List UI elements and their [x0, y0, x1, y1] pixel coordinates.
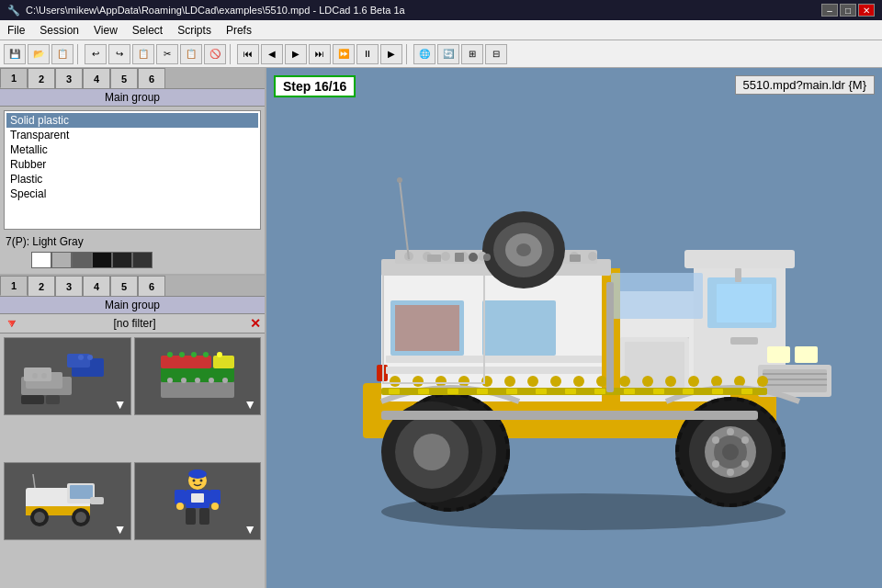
menu-session[interactable]: Session	[32, 22, 86, 39]
svg-rect-166	[455, 253, 464, 262]
color-tab-3[interactable]: 3	[55, 68, 83, 88]
color-tab-6[interactable]: 6	[138, 68, 165, 88]
close-button[interactable]: ✕	[858, 4, 875, 17]
svg-rect-161	[735, 268, 741, 282]
menu-file[interactable]: File	[0, 22, 32, 39]
parts-item-2[interactable]: ▼	[134, 337, 262, 415]
menu-scripts[interactable]: Scripts	[170, 22, 219, 39]
svg-point-130	[712, 436, 719, 444]
swatch-black2[interactable]	[112, 252, 132, 268]
menu-prefs[interactable]: Prefs	[219, 22, 259, 39]
viewport[interactable]: Step 16/16 5510.mpd?main.ldr {M}	[266, 68, 882, 588]
svg-rect-148	[594, 389, 605, 394]
toolbar-copy[interactable]: 📋	[132, 44, 154, 64]
color-tab-4[interactable]: 4	[83, 68, 110, 88]
toolbar-next-step[interactable]: ▶	[285, 44, 307, 64]
first-step-icon: ⏮	[243, 49, 253, 59]
color-item-solid-plastic[interactable]: Solid plastic	[6, 113, 258, 128]
svg-point-19	[217, 352, 222, 357]
svg-point-9	[78, 355, 84, 360]
color-tab-row: 1 2 3 4 5 6	[0, 68, 265, 89]
toolbar-zoom-out[interactable]: ⊟	[485, 44, 507, 64]
svg-rect-145	[550, 389, 561, 394]
toolbar-last-step[interactable]: ⏭	[309, 44, 331, 64]
swatch-black1[interactable]	[92, 252, 112, 268]
svg-point-98	[619, 376, 630, 387]
parts-tab-1[interactable]: 1	[0, 276, 28, 296]
color-swatches	[0, 250, 265, 274]
filter-clear-button[interactable]: ✕	[250, 316, 261, 331]
svg-point-88	[390, 376, 401, 387]
toolbar-prev-step[interactable]: ◀	[261, 44, 283, 64]
parts-item-4-scroll[interactable]: ▼	[243, 522, 256, 537]
svg-point-23	[209, 378, 214, 383]
parts-item-3[interactable]: ▼	[4, 462, 131, 540]
color-item-metallic[interactable]: Metallic	[6, 142, 258, 157]
menu-view[interactable]: View	[86, 22, 125, 39]
toolbar-cut[interactable]: ✂	[156, 44, 178, 64]
svg-rect-135	[403, 389, 414, 394]
toolbar-save[interactable]: 💾	[4, 44, 26, 64]
toolbar-view1[interactable]: 🌐	[413, 44, 435, 64]
toolbar-new[interactable]: 📋	[51, 44, 74, 64]
color-item-rubber[interactable]: Rubber	[6, 157, 258, 172]
svg-rect-156	[712, 389, 723, 394]
prev-step-icon: ◀	[268, 49, 276, 59]
parts-tab-5[interactable]: 5	[110, 276, 138, 296]
toolbar-zoom-in[interactable]: ⊞	[461, 44, 483, 64]
parts-tab-2[interactable]: 2	[28, 276, 55, 296]
toolbar-play[interactable]: ⏩	[333, 44, 355, 64]
toolbar-stop[interactable]: ⏸	[356, 44, 379, 64]
app-icon: 🔧	[7, 5, 20, 17]
toolbar-sep2	[230, 44, 233, 64]
color-item-transparent[interactable]: Transparent	[6, 128, 258, 142]
main-area: 1 2 3 4 5 6 Main group Solid plastic Tra…	[0, 68, 882, 588]
toolbar-first-step[interactable]: ⏮	[237, 44, 259, 64]
toolbar-open[interactable]: 📂	[28, 44, 50, 64]
svg-rect-162	[386, 356, 602, 363]
swatch-dark-gray[interactable]	[72, 252, 92, 268]
menu-select[interactable]: Select	[125, 22, 170, 39]
swatch-black3[interactable]	[132, 252, 153, 268]
color-item-plastic[interactable]: Plastic	[6, 172, 258, 187]
svg-rect-77	[763, 369, 827, 392]
svg-rect-13	[161, 356, 211, 368]
view2-icon: 🔄	[443, 49, 454, 59]
svg-point-10	[87, 355, 93, 360]
maximize-button[interactable]: □	[840, 4, 856, 17]
color-list[interactable]: Solid plastic Transparent Metallic Rubbe…	[4, 110, 261, 230]
parts-item-2-scroll[interactable]: ▼	[243, 397, 256, 412]
color-item-special[interactable]: Special	[6, 187, 258, 201]
toolbar-paste[interactable]: 📋	[180, 44, 202, 64]
parts-item-3-scroll[interactable]: ▼	[114, 522, 127, 537]
svg-point-22	[195, 378, 200, 383]
color-tab-1[interactable]: 1	[0, 68, 28, 88]
svg-point-89	[413, 376, 424, 387]
save-icon: 💾	[9, 49, 20, 59]
minimize-button[interactable]: –	[821, 4, 838, 17]
parts-item-4[interactable]: ▼	[134, 462, 262, 540]
parts-tab-row: 1 2 3 4 5 6	[0, 276, 265, 297]
parts-tab-6[interactable]: 6	[138, 276, 165, 296]
color-tab-2[interactable]: 2	[28, 68, 55, 88]
filter-funnel-icon[interactable]: 🔻	[4, 316, 19, 331]
color-section-title: Main group	[0, 89, 265, 107]
color-tab-5[interactable]: 5	[110, 68, 138, 88]
svg-rect-34	[90, 497, 104, 504]
toolbar-delete[interactable]: 🚫	[204, 44, 226, 64]
parts-tab-4[interactable]: 4	[83, 276, 110, 296]
toolbar-undo[interactable]: ↩	[85, 44, 107, 64]
svg-rect-140	[477, 389, 488, 394]
toolbar-add-step[interactable]: ▶	[380, 44, 402, 64]
svg-rect-163	[386, 367, 602, 374]
swatch-light-gray[interactable]	[51, 252, 72, 268]
parts-item-1[interactable]: ▼	[4, 337, 131, 415]
toolbar-redo[interactable]: ↪	[108, 44, 130, 64]
swatch-white[interactable]	[31, 252, 51, 268]
parts-tab-3[interactable]: 3	[55, 276, 83, 296]
toolbar: 💾 📂 📋 ↩ ↪ 📋 ✂ 📋 🚫 ⏮ ◀ ▶ ⏭ ⏩ ⏸ ▶ 🌐 🔄 ⊞ ⊟	[0, 40, 882, 68]
toolbar-view2[interactable]: 🔄	[437, 44, 459, 64]
svg-point-37	[192, 479, 195, 481]
svg-rect-41	[175, 490, 186, 504]
parts-item-1-scroll[interactable]: ▼	[114, 397, 127, 412]
